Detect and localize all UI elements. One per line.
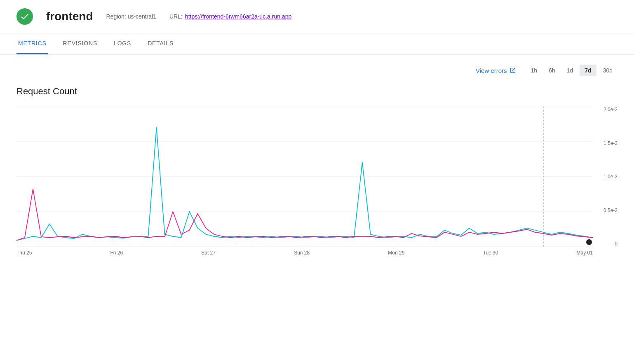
x-label-thu25: Thu 25 xyxy=(16,250,32,256)
main-content: View errors 1h 6h 1d 7d 30d Request Coun… xyxy=(0,55,634,273)
x-axis: Thu 25 Fri 26 Sat 27 Sun 28 Mon 29 Tue 3… xyxy=(16,247,593,263)
time-btn-7d[interactable]: 7d xyxy=(580,65,596,76)
status-icon xyxy=(16,8,33,25)
chart-svg xyxy=(16,107,593,247)
time-btn-1d[interactable]: 1d xyxy=(562,65,578,76)
x-label-may01: May 01 xyxy=(577,250,593,256)
chart-area xyxy=(16,107,593,247)
x-label-sat27: Sat 27 xyxy=(201,250,216,256)
x-label-sun28: Sun 28 xyxy=(294,250,310,256)
controls-row: View errors 1h 6h 1d 7d 30d xyxy=(16,65,618,76)
view-errors-link[interactable]: View errors xyxy=(476,67,516,74)
chart-wrapper: 2.0e-2 1.5e-2 1.0e-2 0.5e-2 0 Thu 25 Fri… xyxy=(16,107,618,263)
tab-bar: METRICS REVISIONS LOGS DETAILS xyxy=(0,33,634,55)
y-label-bottom: 0 xyxy=(615,241,618,247)
y-axis: 2.0e-2 1.5e-2 1.0e-2 0.5e-2 0 xyxy=(593,107,618,247)
tab-metrics[interactable]: METRICS xyxy=(16,33,48,54)
checkmark-icon xyxy=(20,12,30,21)
region-label: Region: us-central1 xyxy=(106,13,156,20)
chart-title: Request Count xyxy=(16,86,618,97)
time-btn-6h[interactable]: 6h xyxy=(544,65,560,76)
url-container: URL: https://frontend-6rwm66ar2a-uc.a.ru… xyxy=(169,13,291,20)
url-prefix: URL: xyxy=(169,13,183,20)
y-label-top: 2.0e-2 xyxy=(603,107,618,112)
view-errors-label: View errors xyxy=(476,67,507,74)
request-count-chart-section: Request Count xyxy=(16,86,618,263)
x-label-tue30: Tue 30 xyxy=(483,250,498,256)
y-label-4: 0.5e-2 xyxy=(603,208,618,213)
current-time-indicator xyxy=(586,239,592,245)
x-label-mon29: Mon 29 xyxy=(388,250,404,256)
time-range-selector: 1h 6h 1d 7d 30d xyxy=(526,65,618,76)
tab-details[interactable]: DETAILS xyxy=(146,33,175,54)
url-link[interactable]: https://frontend-6rwm66ar2a-uc.a.run.app xyxy=(185,13,291,20)
y-label-2: 1.5e-2 xyxy=(603,140,618,146)
service-name: frontend xyxy=(46,10,93,23)
page-header: frontend Region: us-central1 URL: https:… xyxy=(0,0,634,33)
time-btn-30d[interactable]: 30d xyxy=(598,65,618,76)
time-btn-1h[interactable]: 1h xyxy=(526,65,542,76)
y-label-3: 1.0e-2 xyxy=(603,174,618,180)
tab-logs[interactable]: LOGS xyxy=(112,33,133,54)
external-link-icon xyxy=(510,67,516,74)
tab-revisions[interactable]: REVISIONS xyxy=(61,33,99,54)
x-label-fri26: Fri 26 xyxy=(110,250,123,256)
